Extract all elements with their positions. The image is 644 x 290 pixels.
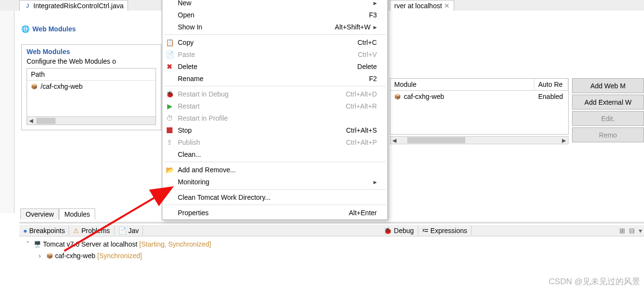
debug-icon: 🐞	[165, 90, 174, 98]
label: Stop	[178, 126, 346, 134]
menu-properties[interactable]: PropertiesAlt+Enter	[162, 207, 387, 219]
copy-icon: 📋	[165, 38, 174, 47]
label: Open	[178, 11, 369, 19]
column-header-path[interactable]: Path	[27, 69, 156, 81]
separator	[164, 86, 386, 86]
table-row[interactable]: 📦caf-cxhg-web Enabled	[390, 91, 568, 102]
module-name: caf-cxhg-web	[55, 252, 95, 260]
menu-show-in[interactable]: Show InAlt+Shift+W▸	[162, 21, 387, 33]
breakpoint-icon: ●	[23, 227, 27, 235]
menu-restart-profile[interactable]: ⏱Restart in Profile	[162, 112, 387, 124]
tab-breakpoints[interactable]: ●Breakpoints	[19, 226, 69, 235]
menu-restart-debug[interactable]: 🐞Restart in DebugCtrl+Alt+D	[162, 88, 387, 100]
scroll-thumb[interactable]	[407, 137, 465, 143]
shortcut: Delete	[358, 63, 377, 70]
tab-label: Breakpoints	[29, 227, 65, 235]
column-header-auto[interactable]: Auto Re	[534, 79, 568, 90]
tab-label: Problems	[81, 227, 110, 235]
label: Restart in Profile	[178, 114, 377, 122]
menu-rename[interactable]: RenameF2	[162, 72, 387, 84]
servers-tree: ˅ 🖥️ Tomcat v7.0 Server at localhost [St…	[26, 238, 211, 262]
separator	[164, 162, 386, 162]
sash-divider[interactable]	[19, 222, 644, 223]
label: Restart in Debug	[178, 90, 345, 98]
editor-bottom-tabs: Overview Modules	[20, 208, 95, 220]
globe-icon: 🌐	[21, 25, 29, 33]
publish-icon: ⇪	[165, 138, 174, 147]
edit-button[interactable]: Edit.	[572, 111, 644, 126]
close-icon[interactable]: ✕	[444, 2, 450, 10]
menu-add-remove[interactable]: 📂Add and Remove...	[162, 164, 387, 176]
menu-delete[interactable]: ✖DeleteDelete	[162, 60, 387, 72]
label: Monitoring	[178, 178, 373, 186]
shortcut: Alt+Enter	[349, 209, 377, 217]
menu-icon[interactable]: ▾	[639, 227, 642, 235]
shortcut: F3	[369, 11, 377, 19]
separator	[164, 205, 386, 205]
server-icon: 🖥️	[34, 241, 41, 248]
scroll-left-icon[interactable]: ◄	[27, 117, 35, 124]
menu-clean[interactable]: Clean...	[162, 148, 387, 160]
server-module-node[interactable]: › 📦 caf-cxhg-web [Synchronized]	[39, 250, 211, 262]
horizontal-scrollbar[interactable]: ◄	[27, 116, 156, 124]
cell-module: caf-cxhg-web	[404, 93, 444, 100]
menu-copy[interactable]: 📋CopyCtrl+C	[162, 36, 387, 48]
shortcut: Ctrl+Alt+D	[345, 90, 377, 98]
scroll-thumb[interactable]	[36, 118, 56, 124]
page-title: Web Modules	[32, 25, 76, 33]
horizontal-scrollbar[interactable]: ◄ ►	[390, 136, 569, 144]
twisty-closed-icon[interactable]: ›	[39, 252, 44, 260]
editor-tab-server[interactable]: rver at localhost ✕	[390, 0, 454, 11]
modules-table: Module Auto Re 📦caf-cxhg-web Enabled	[390, 78, 569, 135]
tree-collapse-icon[interactable]: ⊟	[629, 227, 635, 235]
tree-expand-icon[interactable]: ⊞	[619, 227, 625, 235]
run-icon: ▶	[165, 102, 174, 110]
editor-tab-java[interactable]: J IntegratedRiskControlCtrl.java	[19, 0, 128, 11]
editor-tab-label: rver at localhost	[394, 2, 442, 10]
expressions-icon: ᵡ=	[422, 227, 429, 235]
menu-paste[interactable]: 📄PasteCtrl+V	[162, 48, 387, 60]
web-modules-title: 🌐 Web Modules	[21, 25, 76, 33]
server-name: Tomcat v7.0 Server at localhost	[43, 240, 137, 248]
java-file-icon: J	[24, 2, 31, 10]
tab-problems[interactable]: ⚠Problems	[69, 226, 114, 235]
tab-modules[interactable]: Modules	[59, 208, 95, 220]
shortcut: Ctrl+V	[358, 51, 377, 58]
server-node[interactable]: ˅ 🖥️ Tomcat v7.0 Server at localhost [St…	[26, 238, 211, 250]
shortcut: F2	[369, 75, 377, 83]
label: Copy	[178, 39, 358, 46]
label: Clean...	[178, 151, 377, 158]
table-row[interactable]: 📦 /caf-cxhg-web	[27, 81, 156, 92]
add-external-web-button[interactable]: Add External W	[572, 95, 644, 110]
menu-publish[interactable]: ⇪PublishCtrl+Alt+P	[162, 136, 387, 148]
menu-stop[interactable]: StopCtrl+Alt+S	[162, 124, 387, 136]
menu-clean-tomcat[interactable]: Clean Tomcat Work Directory...	[162, 191, 387, 203]
twisty-open-icon[interactable]: ˅	[26, 240, 32, 248]
tab-expressions[interactable]: ᵡ=Expressions	[418, 226, 472, 235]
stop-icon	[165, 126, 174, 135]
scroll-left-icon[interactable]: ◄	[390, 137, 399, 144]
label: Add and Remove...	[178, 166, 377, 174]
label: Delete	[178, 63, 358, 70]
paste-icon: 📄	[165, 50, 174, 59]
menu-restart[interactable]: ▶RestartCtrl+Alt+R	[162, 100, 387, 112]
scroll-right-icon[interactable]: ►	[560, 137, 568, 144]
label: Publish	[178, 138, 346, 146]
warning-icon: ⚠	[73, 227, 79, 235]
label: New	[178, 0, 373, 7]
menu-new[interactable]: New▸	[162, 0, 387, 9]
remove-button[interactable]: Remo	[572, 127, 644, 142]
web-modules-desc: Configure the Web Modules o	[22, 56, 161, 68]
web-modules-header: Web Modules	[22, 45, 161, 56]
menu-open[interactable]: OpenF3	[162, 9, 387, 21]
menu-monitoring[interactable]: Monitoring▸	[162, 176, 387, 188]
tab-javadoc[interactable]: 📄Jav	[114, 226, 143, 235]
tab-debug[interactable]: 🐞Debug	[380, 226, 418, 235]
tab-overview[interactable]: Overview	[20, 208, 59, 220]
profile-icon: ⏱	[165, 114, 174, 123]
module-status: [Synchronized]	[97, 252, 142, 260]
add-remove-icon: 📂	[165, 166, 174, 174]
column-header-module[interactable]: Module	[390, 79, 534, 90]
add-web-module-button[interactable]: Add Web M	[572, 78, 644, 93]
shortcut: Ctrl+Alt+P	[346, 138, 377, 146]
